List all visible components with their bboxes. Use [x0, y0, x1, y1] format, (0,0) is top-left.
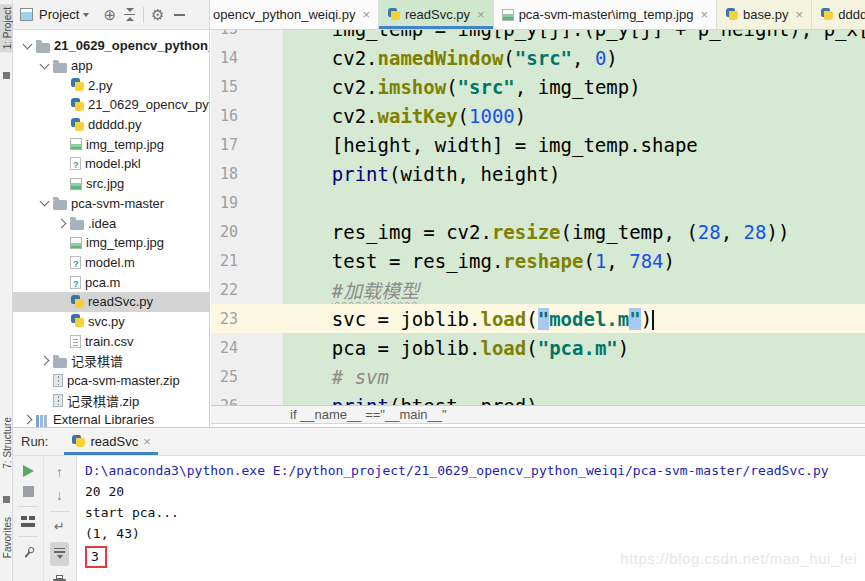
- editor-tab-ddddd[interactable]: ddddd: [812, 0, 865, 29]
- tree-item-svc-py[interactable]: svc.py: [13, 312, 209, 332]
- python-icon: [387, 8, 400, 21]
- tree-item-2-py[interactable]: 2.py: [13, 75, 209, 95]
- code-token: (: [526, 308, 537, 330]
- tree-item-pca-svm-master[interactable]: pca-svm-master: [13, 194, 209, 214]
- up-arrow-button[interactable]: ↑: [56, 465, 63, 479]
- tree-item-img-temp-jpg[interactable]: img_temp.jpg: [13, 233, 209, 253]
- rerun-button[interactable]: [23, 465, 34, 477]
- chevron-right-icon[interactable]: [40, 356, 50, 366]
- project-tree[interactable]: 21_0629_opencv_python_wapp2.py21_0629_op…: [13, 30, 210, 427]
- code-line-20[interactable]: 20 res_img = cv2.resize(img_temp, (28, 2…: [211, 217, 865, 246]
- tree-item-ddddd-py[interactable]: ddddd.py: [13, 115, 209, 135]
- tree-item-label: ddddd.py: [88, 117, 142, 132]
- code-token: [286, 395, 332, 406]
- code-token: imshow: [378, 76, 447, 98]
- tree-item-external-libraries[interactable]: External Libraries: [13, 410, 209, 427]
- editor-tab-readsvc-py[interactable]: readSvc.py×: [379, 0, 494, 29]
- editor-tab-opencv-python-weiqi-py[interactable]: opencv_python_weiqi.py×: [210, 0, 379, 29]
- code-line-19[interactable]: 19: [211, 188, 865, 217]
- tree-item-model-pkl[interactable]: model.pkl: [13, 154, 209, 174]
- code-line-13[interactable]: 13 img_temp = img[p_y[j]:(p_y[j] + p_hei…: [211, 30, 865, 43]
- project-panel-title[interactable]: Project: [39, 7, 79, 22]
- code-token: #加载模型: [332, 280, 419, 302]
- code-line-26[interactable]: 26 print(btest, pred): [211, 391, 865, 405]
- code-line-23[interactable]: 23 svc = joblib.load("model.m"): [211, 304, 865, 333]
- watermark: https://blog.csdn.net/mao_hui_fei: [620, 550, 857, 567]
- tree-item-21-0629-opencv-pyt[interactable]: 21_0629_opencv_pyt: [13, 95, 209, 115]
- code-token: cv2.: [286, 47, 378, 69]
- tool-window-strip: 1: Project7: StructureFavorites: [0, 0, 13, 581]
- tree-item-label: model.pkl: [85, 156, 141, 171]
- tab-close-icon[interactable]: ×: [796, 7, 804, 22]
- code-line-16[interactable]: 16 cv2.waitKey(1000): [211, 101, 865, 130]
- run-panel: Run: readSvc × ↑ ↓: [13, 427, 865, 581]
- code-line-17[interactable]: 17 [height, width] = img_temp.shape: [211, 130, 865, 159]
- chevron-right-icon[interactable]: [57, 218, 67, 228]
- run-toolbar: ↑ ↓ ↵: [13, 456, 77, 581]
- console-line: (1, 43): [85, 523, 865, 544]
- tree-item-readsvc-py[interactable]: readSvc.py: [13, 292, 209, 312]
- chevron-right-icon[interactable]: [23, 415, 33, 425]
- tree-item-label: app: [71, 58, 93, 73]
- tab-close-icon[interactable]: ×: [700, 7, 708, 22]
- code-line-15[interactable]: 15 cv2.imshow("src", img_temp): [211, 72, 865, 101]
- chevron-down-icon[interactable]: [23, 39, 33, 49]
- layout-button[interactable]: [21, 516, 35, 527]
- tree-item-app[interactable]: app: [13, 56, 209, 76]
- code-line-21[interactable]: 21 test = res_img.reshape(1, 784): [211, 246, 865, 275]
- code-line-18[interactable]: 18 print(width, height): [211, 159, 865, 188]
- tree-item-21-0629-opencv-python-w[interactable]: 21_0629_opencv_python_w: [13, 36, 209, 56]
- locate-file-icon[interactable]: ⊕: [103, 7, 116, 22]
- chevron-down-icon[interactable]: [40, 197, 50, 207]
- tab-close-icon[interactable]: ×: [143, 434, 151, 449]
- tab-label: opencv_python_weiqi.py: [213, 7, 355, 22]
- stop-button[interactable]: [23, 486, 34, 497]
- line-number: 16: [211, 107, 284, 125]
- down-arrow-button[interactable]: ↓: [56, 488, 63, 502]
- code-token: res_img = cv2.: [286, 221, 492, 243]
- console-output[interactable]: https://blog.csdn.net/mao_hui_fei D:\ana…: [77, 456, 865, 581]
- code-token: ": [629, 308, 640, 330]
- tree-item-src-jpg[interactable]: src.jpg: [13, 174, 209, 194]
- tree-item--idea[interactable]: .idea: [13, 213, 209, 233]
- code-token: test = res_img.: [286, 250, 503, 272]
- chevron-down-icon[interactable]: [83, 13, 89, 17]
- tree-item-pca-svm-master-zip[interactable]: pca-svm-master.zip: [13, 371, 209, 391]
- tool-window-button-favorites[interactable]: Favorites: [0, 514, 13, 561]
- soft-wrap-button[interactable]: ↵: [54, 520, 65, 533]
- tree-item-train-csv[interactable]: train.csv: [13, 331, 209, 351]
- pin-button[interactable]: [19, 543, 37, 561]
- code-line-24[interactable]: 24 pca = joblib.load("pca.m"): [211, 333, 865, 362]
- code-token: reshape: [503, 250, 583, 272]
- tree-item-pca-m[interactable]: pca.m: [13, 272, 209, 292]
- tool-window-button-structure[interactable]: 7: Structure: [0, 414, 13, 472]
- code-text: cv2.imshow("src", img_temp): [284, 76, 641, 98]
- folder-icon: [53, 63, 67, 73]
- hide-panel-icon[interactable]: [174, 14, 185, 16]
- code-token: print: [332, 163, 389, 185]
- code-editor[interactable]: 13 img_temp = img[p_y[j]:(p_y[j] + p_hei…: [211, 30, 865, 405]
- editor-tab-base-py[interactable]: base.py×: [717, 0, 812, 29]
- run-tab-readsvc[interactable]: readSvc ×: [64, 428, 157, 455]
- code-line-25[interactable]: 25 # svm: [211, 362, 865, 391]
- tree-item-model-m[interactable]: model.m: [13, 253, 209, 273]
- toolbar-divider: [143, 7, 144, 23]
- chevron-down-icon[interactable]: [40, 59, 50, 69]
- code-line-22[interactable]: 22 #加载模型: [211, 275, 865, 304]
- tab-close-icon[interactable]: ×: [362, 7, 370, 22]
- collapse-all-icon[interactable]: [123, 8, 136, 21]
- project-tool-window-icon: [3, 72, 10, 79]
- text-caret: [652, 310, 654, 330]
- editor-tab-pca-svm-master-img-temp-jpg[interactable]: pca-svm-master\img_temp.jpg×: [494, 0, 717, 29]
- scroll-to-end-button[interactable]: [50, 542, 69, 566]
- code-token: ): [515, 105, 526, 127]
- code-line-14[interactable]: 14 cv2.namedWindow("src", 0): [211, 43, 865, 72]
- code-text: svc = joblib.load("model.m"): [284, 308, 654, 330]
- tree-item------zip[interactable]: 记录棋谱.zip: [13, 390, 209, 410]
- tree-item-----[interactable]: 记录棋谱: [13, 351, 209, 371]
- tree-item-img-temp-jpg[interactable]: img_temp.jpg: [13, 134, 209, 154]
- tree-item-label: src.jpg: [86, 176, 124, 191]
- tab-close-icon[interactable]: ×: [477, 7, 485, 22]
- settings-gear-icon[interactable]: ⚙: [151, 7, 164, 22]
- tool-window-button-project[interactable]: 1: Project: [0, 4, 13, 52]
